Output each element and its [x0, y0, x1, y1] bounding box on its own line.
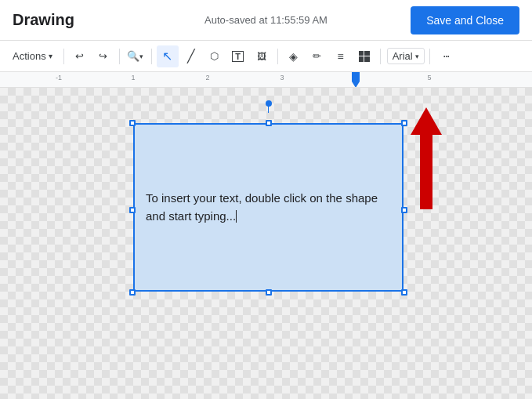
undo-button[interactable] — [69, 45, 91, 67]
handle-mid-right[interactable] — [401, 207, 407, 213]
handle-bottom-mid[interactable] — [266, 289, 272, 296]
text-cursor — [236, 210, 237, 223]
toolbar-divider-3 — [151, 49, 152, 64]
toolbar-divider-5 — [380, 49, 381, 64]
text-align-icon: ≡ — [338, 50, 344, 63]
line-icon: ╱ — [187, 49, 195, 63]
more-options-button[interactable]: ··· — [435, 45, 457, 67]
arrange-icon — [359, 51, 370, 62]
app-header: Drawing Auto-saved at 11:55:59 AM Save a… — [0, 0, 532, 41]
handle-top-right[interactable] — [401, 120, 407, 126]
toolbar-divider-6 — [429, 49, 430, 64]
toolbar-divider-1 — [63, 49, 64, 64]
main-toolbar: Actions ▾ 🔍 ▾ ↖ ╱ ⬡ T 🖼 ◈ ✏ ≡ — [0, 41, 532, 72]
actions-label: Actions — [13, 50, 46, 62]
actions-menu-button[interactable]: Actions ▾ — [6, 47, 59, 65]
ruler-mark-1: 1 — [131, 74, 135, 82]
select-icon: ↖ — [162, 49, 172, 63]
line-color-button[interactable]: ✏ — [306, 45, 328, 67]
handle-bottom-right[interactable] — [401, 289, 407, 296]
ruler-mark-3: 3 — [280, 74, 284, 82]
shape-tool-button[interactable]: ⬡ — [204, 45, 226, 67]
actions-dropdown-icon: ▾ — [49, 52, 52, 60]
font-label: Arial — [393, 50, 413, 62]
fill-color-button[interactable]: ◈ — [283, 45, 305, 67]
fill-color-icon: ◈ — [289, 50, 298, 63]
handle-top-left[interactable] — [129, 120, 136, 126]
text-box-button[interactable]: T — [227, 45, 249, 67]
handle-mid-left[interactable] — [129, 207, 136, 213]
save-and-close-button[interactable]: Save and Close — [411, 6, 519, 34]
toolbar-divider-4 — [277, 49, 278, 64]
text-align-button[interactable]: ≡ — [330, 45, 352, 67]
shape-text-content[interactable]: To insert your text, double click on the… — [133, 123, 404, 292]
redo-button[interactable] — [92, 45, 114, 67]
textbox-icon: T — [232, 51, 244, 62]
shape-icon: ⬡ — [210, 50, 219, 62]
more-options-icon: ··· — [443, 49, 448, 63]
image-icon: 🖼 — [257, 51, 266, 62]
zoom-icon: 🔍 — [127, 50, 139, 62]
handle-top-mid[interactable] — [266, 120, 272, 126]
selected-shape-container: To insert your text, double click on the… — [133, 111, 404, 292]
zoom-dropdown-icon: ▾ — [139, 53, 143, 60]
handle-bottom-left[interactable] — [129, 289, 136, 296]
ruler-indicator — [352, 72, 360, 88]
zoom-button[interactable]: 🔍 ▾ — [125, 45, 147, 67]
select-tool-button[interactable]: ↖ — [157, 45, 179, 67]
horizontal-ruler: -1 1 2 3 4 5 — [0, 72, 532, 88]
font-selector[interactable]: Arial ▾ — [387, 48, 425, 64]
rotation-handle[interactable] — [266, 100, 272, 107]
drawing-canvas[interactable]: To insert your text, double click on the… — [0, 88, 532, 399]
svg-marker-0 — [411, 107, 442, 209]
font-dropdown-icon: ▾ — [415, 53, 419, 60]
arrange-button[interactable] — [353, 45, 375, 67]
autosave-status: Auto-saved at 11:55:59 AM — [204, 14, 328, 26]
ruler-mark-2: 2 — [205, 74, 209, 82]
image-button[interactable]: 🖼 — [251, 45, 273, 67]
app-title: Drawing — [13, 11, 74, 29]
shape-instruction-text: To insert your text, double click on the… — [146, 190, 391, 225]
line-tool-button[interactable]: ╱ — [180, 45, 202, 67]
ruler-mark-neg1: -1 — [56, 74, 62, 82]
line-color-icon: ✏ — [313, 50, 321, 62]
ruler-mark-5: 5 — [427, 74, 431, 82]
toolbar-divider-2 — [119, 49, 120, 64]
